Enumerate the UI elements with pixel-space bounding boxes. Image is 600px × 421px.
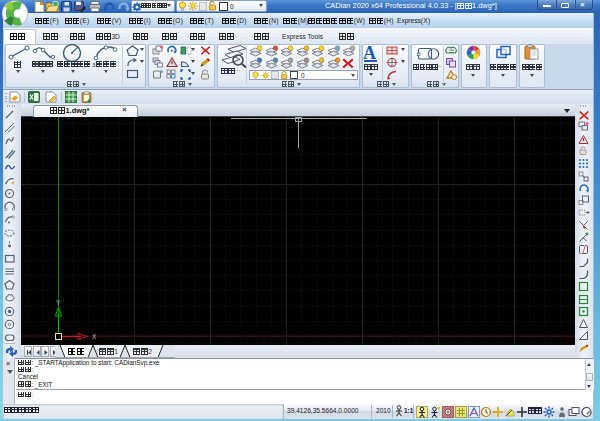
svg-text:X: X [92,333,97,340]
svg-text:Y: Y [56,299,61,306]
